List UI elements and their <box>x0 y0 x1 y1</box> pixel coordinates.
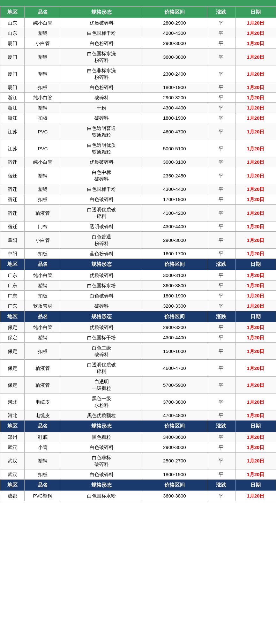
section-header-row: 地区品名规格形态价格区间涨跌日期 <box>0 479 276 490</box>
table-row: 武汉扣板白色破碎料1800-1900平1月20日 <box>0 469 276 479</box>
table-row: 武汉塑钢白色非标 破碎料2500-2700平1月20日 <box>0 452 276 469</box>
cell-change: 平 <box>207 360 235 377</box>
cell-spec: 白色国标干粉 <box>61 184 142 194</box>
section-header-cell-1: 品名 <box>25 311 61 322</box>
cell-spec: 白色破碎料 <box>61 194 142 205</box>
cell-name: 扣板 <box>25 249 61 259</box>
section-header-cell-3: 价格区间 <box>142 259 207 270</box>
cell-date: 1月20日 <box>235 221 276 232</box>
cell-date: 1月20日 <box>235 322 276 333</box>
cell-spec: 白色普通 粉碎料 <box>61 232 142 249</box>
cell-region: 宿迁 <box>0 167 25 184</box>
cell-date: 1月20日 <box>235 232 276 249</box>
cell-name: 塑钢 <box>25 280 61 290</box>
table-row: 宿迁扣板白色破碎料1700-1900平1月20日 <box>0 194 276 205</box>
page-title <box>0 0 276 6</box>
cell-price: 2350-2450 <box>142 167 207 184</box>
section-header-cell-3: 价格区间 <box>142 421 207 432</box>
cell-name: 塑钢 <box>25 333 61 343</box>
cell-region: 宿迁 <box>0 184 25 194</box>
table-header: 地区 品名 规格形态 价格区间 涨跌 日期 <box>0 7 276 18</box>
cell-spec: 透明破碎料 <box>61 221 142 232</box>
cell-price: 5000-5100 <box>142 140 207 157</box>
table-row: 保定扣板白色二级 破碎料1500-1600平1月20日 <box>0 343 276 360</box>
table-row: 保定输液管白透明 一级颗粒5700-5900平1月20日 <box>0 377 276 393</box>
section-header-cell-4: 涨跌 <box>207 259 235 270</box>
cell-change: 平 <box>207 82 235 93</box>
table-row: 保定纯小白管优质破碎料2900-3200平1月20日 <box>0 322 276 333</box>
cell-region: 宿迁 <box>0 157 25 167</box>
table-row: 宿迁塑钢白色中标 破碎料2350-2450平1月20日 <box>0 167 276 184</box>
cell-name: 电缆皮 <box>25 393 61 410</box>
cell-name: 纯小白管 <box>25 93 61 103</box>
cell-change: 平 <box>207 113 235 123</box>
cell-change: 平 <box>207 184 235 194</box>
cell-change: 平 <box>207 221 235 232</box>
cell-price: 3700-3800 <box>142 393 207 410</box>
cell-date: 1月20日 <box>235 343 276 360</box>
cell-date: 1月20日 <box>235 157 276 167</box>
section-header-cell-4: 涨跌 <box>207 479 235 490</box>
cell-region: 江苏 <box>0 123 25 140</box>
cell-name: 塑钢 <box>25 103 61 113</box>
section-header-cell-1: 品名 <box>25 421 61 432</box>
section-header-cell-4: 涨跌 <box>207 311 235 322</box>
cell-spec: 白透明优质破 碎料 <box>61 360 142 377</box>
cell-name: 扣板 <box>25 343 61 360</box>
cell-name: 扣板 <box>25 469 61 479</box>
cell-change: 平 <box>207 410 235 421</box>
cell-region: 武汉 <box>0 442 25 452</box>
cell-date: 1月20日 <box>235 103 276 113</box>
cell-name: 塑钢 <box>25 452 61 469</box>
cell-name: 纯小白管 <box>25 18 61 28</box>
table-row: 保定塑钢白色国标干粉4300-4400平1月20日 <box>0 333 276 343</box>
section-header-row: 地区品名规格形态价格区间涨跌日期 <box>0 311 276 322</box>
cell-region: 厦门 <box>0 65 25 82</box>
cell-name: 小管 <box>25 442 61 452</box>
cell-spec: 白色非标 破碎料 <box>61 452 142 469</box>
cell-region: 郑州 <box>0 432 25 442</box>
cell-region: 浙江 <box>0 113 25 123</box>
cell-spec: 破碎料 <box>61 113 142 123</box>
cell-price: 4100-4200 <box>142 205 207 221</box>
cell-date: 1月20日 <box>235 140 276 157</box>
section-header-cell-0: 地区 <box>0 259 25 270</box>
cell-date: 1月20日 <box>235 18 276 28</box>
table-row: 浙江扣板破碎料1800-1900平1月20日 <box>0 113 276 123</box>
cell-change: 平 <box>207 442 235 452</box>
cell-name: 纯小白管 <box>25 270 61 280</box>
cell-date: 1月20日 <box>235 333 276 343</box>
section-header-cell-1: 品名 <box>25 479 61 490</box>
cell-change: 平 <box>207 205 235 221</box>
table-row: 宿迁塑钢白色国标干粉4300-4400平1月20日 <box>0 184 276 194</box>
header-date: 日期 <box>235 7 276 18</box>
cell-spec: 白色破碎料 <box>61 290 142 301</box>
cell-spec: 白色透明优质 软质颗粒 <box>61 140 142 157</box>
cell-region: 河北 <box>0 393 25 410</box>
cell-date: 1月20日 <box>235 38 276 49</box>
table-row: 河北电缆皮黑色一级 水粉料3700-3800平1月20日 <box>0 393 276 410</box>
cell-price: 4600-4700 <box>142 360 207 377</box>
cell-change: 平 <box>207 280 235 290</box>
cell-region: 宿迁 <box>0 205 25 221</box>
cell-price: 2900-3000 <box>142 38 207 49</box>
cell-price: 4200-4300 <box>142 28 207 38</box>
cell-price: 1500-1600 <box>142 343 207 360</box>
cell-change: 平 <box>207 38 235 49</box>
cell-price: 2800-2900 <box>142 18 207 28</box>
cell-region: 保定 <box>0 333 25 343</box>
cell-name: PVC <box>25 140 61 157</box>
cell-price: 3600-3800 <box>142 49 207 65</box>
table-row: 成都PVC塑钢白色国标水粉3600-3800平1月20日 <box>0 490 276 501</box>
cell-date: 1月20日 <box>235 452 276 469</box>
cell-region: 成都 <box>0 490 25 501</box>
table-row: 广东软质管材破碎料3200-3300平1月20日 <box>0 301 276 311</box>
table-row: 江苏PVC白色透明普通 软质颗粒4600-4700平1月20日 <box>0 123 276 140</box>
cell-date: 1月20日 <box>235 442 276 452</box>
cell-name: 输液管 <box>25 360 61 377</box>
cell-price: 3000-3100 <box>142 270 207 280</box>
cell-change: 平 <box>207 194 235 205</box>
cell-date: 1月20日 <box>235 410 276 421</box>
header-region: 地区 <box>0 7 25 18</box>
cell-change: 平 <box>207 322 235 333</box>
